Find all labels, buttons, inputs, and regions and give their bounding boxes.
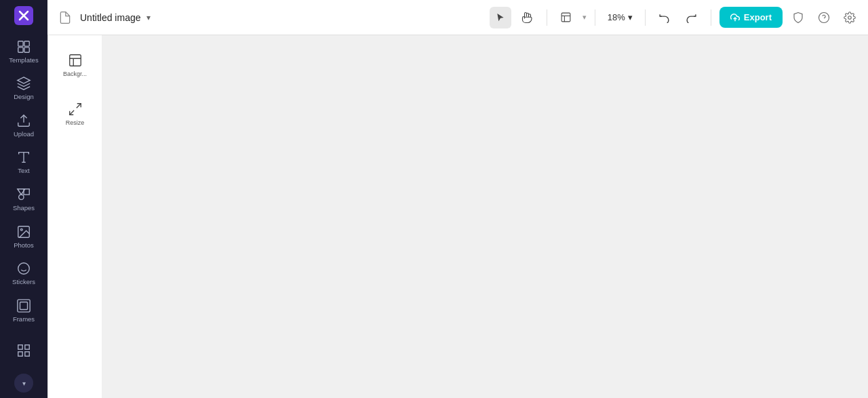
zoom-chevron-icon: ▾ — [628, 12, 633, 22]
settings-btn[interactable] — [840, 7, 860, 28]
sidebar-item-templates[interactable]: Templates — [3, 34, 44, 68]
app-logo[interactable] — [12, 5, 36, 26]
help-btn[interactable] — [814, 7, 834, 28]
svg-point-12 — [20, 228, 22, 231]
svg-line-42 — [76, 104, 80, 108]
svg-point-13 — [18, 263, 30, 275]
sidebar-collapse-btn[interactable]: ▾ — [14, 374, 33, 393]
svg-rect-41 — [69, 55, 81, 66]
right-panel-resize-label: Resize — [66, 119, 85, 126]
sidebar-item-upload[interactable]: Upload — [3, 108, 44, 143]
redo-btn[interactable] — [681, 7, 703, 28]
svg-marker-22 — [497, 14, 503, 21]
layout-btn[interactable] — [555, 7, 577, 28]
svg-point-29 — [848, 16, 852, 19]
document-title[interactable]: Untitled image — [80, 12, 141, 23]
svg-rect-20 — [18, 352, 22, 356]
right-panel-background-label: Backgr... — [63, 71, 87, 77]
left-sidebar: Templates Design Upload Text Sha — [0, 0, 47, 398]
svg-rect-23 — [561, 13, 570, 22]
sidebar-item-text[interactable]: Text — [3, 145, 44, 180]
main-content: Untitled image ▾ ▾ 18% ▾ — [47, 0, 868, 398]
sidebar-label-upload: Upload — [14, 130, 34, 138]
title-chevron-icon[interactable]: ▾ — [146, 13, 151, 22]
separator-2 — [595, 9, 595, 26]
topbar: Untitled image ▾ ▾ 18% ▾ — [47, 0, 868, 35]
sidebar-bottom: ▾ — [3, 330, 44, 393]
sidebar-item-shapes[interactable]: Shapes — [3, 182, 44, 217]
sidebar-item-frames[interactable]: Frames — [3, 293, 44, 327]
separator-1 — [547, 9, 547, 26]
svg-rect-21 — [25, 352, 29, 356]
svg-line-43 — [69, 111, 73, 115]
layout-chevron-icon[interactable]: ▾ — [583, 13, 587, 22]
select-tool-btn[interactable] — [490, 7, 511, 28]
svg-rect-18 — [18, 345, 22, 349]
svg-rect-4 — [24, 47, 29, 52]
hand-tool-btn[interactable] — [517, 7, 538, 28]
sidebar-item-design[interactable]: Design — [3, 71, 44, 106]
right-panel: Backgr... Resize — [47, 35, 102, 398]
svg-rect-17 — [20, 302, 28, 309]
separator-4 — [711, 9, 711, 26]
file-icon — [56, 8, 75, 27]
right-panel-background[interactable]: Backgr... — [53, 43, 98, 87]
sidebar-label-design: Design — [14, 93, 34, 100]
undo-btn[interactable] — [654, 7, 675, 28]
sidebar-item-stickers[interactable]: Stickers — [3, 256, 44, 291]
sidebar-label-photos: Photos — [14, 241, 34, 249]
export-btn[interactable]: Export — [719, 7, 783, 28]
svg-point-27 — [819, 12, 829, 22]
svg-rect-1 — [18, 41, 23, 45]
sidebar-label-templates: Templates — [9, 56, 38, 64]
svg-rect-3 — [18, 47, 23, 52]
zoom-control[interactable]: 18% ▾ — [604, 9, 637, 25]
svg-rect-19 — [25, 345, 29, 349]
shield-btn[interactable] — [788, 7, 808, 28]
sidebar-label-text: Text — [18, 167, 29, 174]
sidebar-item-photos[interactable]: Photos — [3, 219, 44, 254]
zoom-value: 18% — [608, 12, 625, 22]
sidebar-label-shapes: Shapes — [13, 204, 35, 212]
export-label: Export — [744, 12, 772, 22]
sidebar-label-stickers: Stickers — [12, 278, 35, 285]
sidebar-label-frames: Frames — [13, 315, 35, 323]
svg-rect-16 — [18, 300, 30, 312]
svg-rect-2 — [24, 41, 29, 45]
right-panel-resize[interactable]: Resize — [53, 92, 98, 136]
separator-3 — [645, 9, 646, 26]
sidebar-item-more[interactable] — [3, 330, 44, 371]
